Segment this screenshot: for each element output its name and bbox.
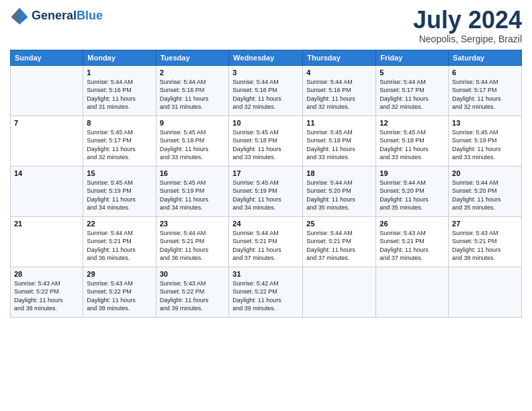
cell-w0-d1: 1Sunrise: 5:44 AMSunset: 5:16 PMDaylight…: [83, 65, 156, 116]
day-number: 9: [160, 119, 226, 127]
day-info: Sunrise: 5:44 AMSunset: 5:20 PMDaylight:…: [380, 179, 445, 212]
cell-w4-d4: [303, 267, 376, 317]
col-saturday: Saturday: [449, 50, 522, 65]
location: Neopolis, Sergipe, Brazil: [413, 34, 522, 44]
cell-w2-d2: 16Sunrise: 5:45 AMSunset: 5:19 PMDayligh…: [156, 166, 229, 216]
day-info: Sunrise: 5:44 AMSunset: 5:21 PMDaylight:…: [232, 229, 299, 263]
day-number: 18: [306, 169, 372, 177]
logo-icon: [10, 7, 29, 26]
col-monday: Monday: [83, 50, 156, 65]
cell-w1-d3: 10Sunrise: 5:45 AMSunset: 5:18 PMDayligh…: [229, 116, 303, 166]
col-sunday: Sunday: [11, 50, 83, 65]
cell-w0-d5: 5Sunrise: 5:44 AMSunset: 5:17 PMDaylight…: [376, 65, 449, 116]
calendar-table: Sunday Monday Tuesday Wednesday Thursday…: [10, 50, 522, 318]
day-number: 24: [232, 220, 299, 228]
day-info: Sunrise: 5:45 AMSunset: 5:18 PMDaylight:…: [232, 128, 299, 162]
day-number: 22: [87, 220, 152, 228]
day-info: Sunrise: 5:45 AMSunset: 5:17 PMDaylight:…: [87, 128, 152, 162]
day-number: 21: [14, 220, 79, 228]
header-row: Sunday Monday Tuesday Wednesday Thursday…: [11, 50, 522, 65]
day-info: Sunrise: 5:44 AMSunset: 5:16 PMDaylight:…: [306, 78, 372, 111]
day-info: Sunrise: 5:44 AMSunset: 5:16 PMDaylight:…: [160, 78, 226, 111]
day-number: 28: [14, 270, 79, 278]
cell-w4-d2: 30Sunrise: 5:43 AMSunset: 5:22 PMDayligh…: [156, 267, 229, 317]
day-info: Sunrise: 5:43 AMSunset: 5:22 PMDaylight:…: [14, 279, 79, 313]
cell-w3-d2: 23Sunrise: 5:44 AMSunset: 5:21 PMDayligh…: [156, 216, 229, 267]
cell-w1-d6: 13Sunrise: 5:45 AMSunset: 5:19 PMDayligh…: [449, 116, 522, 166]
day-number: 7: [14, 119, 79, 127]
day-number: 11: [306, 119, 372, 127]
week-row-4: 28Sunrise: 5:43 AMSunset: 5:22 PMDayligh…: [11, 267, 522, 317]
day-info: Sunrise: 5:44 AMSunset: 5:17 PMDaylight:…: [380, 78, 445, 111]
col-wednesday: Wednesday: [229, 50, 303, 65]
day-info: Sunrise: 5:45 AMSunset: 5:19 PMDaylight:…: [452, 128, 518, 162]
svg-marker-1: [19, 7, 28, 24]
day-number: 12: [380, 119, 445, 127]
day-number: 15: [87, 169, 152, 177]
day-info: Sunrise: 5:45 AMSunset: 5:18 PMDaylight:…: [380, 128, 445, 162]
title-block: July 2024 Neopolis, Sergipe, Brazil: [413, 7, 522, 44]
week-row-3: 2122Sunrise: 5:44 AMSunset: 5:21 PMDayli…: [11, 216, 522, 267]
day-info: Sunrise: 5:45 AMSunset: 5:19 PMDaylight:…: [232, 179, 299, 212]
logo-blue: Blue: [77, 9, 103, 22]
cell-w1-d5: 12Sunrise: 5:45 AMSunset: 5:18 PMDayligh…: [376, 116, 449, 166]
cell-w3-d6: 27Sunrise: 5:43 AMSunset: 5:21 PMDayligh…: [449, 216, 522, 267]
day-info: Sunrise: 5:45 AMSunset: 5:19 PMDaylight:…: [160, 179, 226, 212]
week-row-0: 1Sunrise: 5:44 AMSunset: 5:16 PMDaylight…: [11, 65, 522, 116]
cell-w4-d6: [449, 267, 522, 317]
day-number: 25: [306, 220, 372, 228]
cell-w4-d3: 31Sunrise: 5:42 AMSunset: 5:22 PMDayligh…: [229, 267, 303, 317]
cell-w1-d4: 11Sunrise: 5:45 AMSunset: 5:18 PMDayligh…: [303, 116, 376, 166]
day-info: Sunrise: 5:44 AMSunset: 5:16 PMDaylight:…: [87, 78, 152, 111]
day-info: Sunrise: 5:43 AMSunset: 5:22 PMDaylight:…: [87, 279, 152, 313]
day-number: 19: [380, 169, 445, 177]
cell-w3-d5: 26Sunrise: 5:43 AMSunset: 5:21 PMDayligh…: [376, 216, 449, 267]
day-info: Sunrise: 5:45 AMSunset: 5:18 PMDaylight:…: [160, 128, 226, 162]
day-number: 10: [232, 119, 299, 127]
cell-w3-d0: 21: [11, 216, 83, 267]
day-info: Sunrise: 5:44 AMSunset: 5:20 PMDaylight:…: [306, 179, 372, 212]
cell-w1-d2: 9Sunrise: 5:45 AMSunset: 5:18 PMDaylight…: [156, 116, 229, 166]
cell-w2-d5: 19Sunrise: 5:44 AMSunset: 5:20 PMDayligh…: [376, 166, 449, 216]
cell-w4-d0: 28Sunrise: 5:43 AMSunset: 5:22 PMDayligh…: [11, 267, 83, 317]
svg-marker-2: [11, 7, 19, 24]
day-number: 29: [87, 270, 152, 278]
cell-w3-d3: 24Sunrise: 5:44 AMSunset: 5:21 PMDayligh…: [229, 216, 303, 267]
day-info: Sunrise: 5:44 AMSunset: 5:21 PMDaylight:…: [306, 229, 372, 263]
day-number: 20: [452, 169, 518, 177]
logo: GeneralBlue: [10, 7, 103, 26]
cell-w2-d0: 14: [11, 166, 83, 216]
cell-w2-d6: 20Sunrise: 5:44 AMSunset: 5:20 PMDayligh…: [449, 166, 522, 216]
month-title: July 2024: [413, 7, 522, 34]
day-number: 1: [87, 68, 152, 77]
day-info: Sunrise: 5:44 AMSunset: 5:20 PMDaylight:…: [452, 179, 518, 212]
day-number: 13: [452, 119, 518, 127]
cell-w4-d5: [376, 267, 449, 317]
calendar-body: 1Sunrise: 5:44 AMSunset: 5:16 PMDaylight…: [11, 65, 522, 317]
cell-w0-d2: 2Sunrise: 5:44 AMSunset: 5:16 PMDaylight…: [156, 65, 229, 116]
cell-w3-d1: 22Sunrise: 5:44 AMSunset: 5:21 PMDayligh…: [83, 216, 156, 267]
day-number: 3: [232, 68, 299, 77]
day-number: 17: [232, 169, 299, 177]
day-info: Sunrise: 5:43 AMSunset: 5:21 PMDaylight:…: [452, 229, 518, 263]
day-number: 27: [452, 220, 518, 228]
day-number: 8: [87, 119, 152, 127]
day-number: 31: [232, 270, 299, 278]
cell-w1-d1: 8Sunrise: 5:45 AMSunset: 5:17 PMDaylight…: [83, 116, 156, 166]
day-number: 26: [380, 220, 445, 228]
day-info: Sunrise: 5:43 AMSunset: 5:22 PMDaylight:…: [160, 279, 226, 313]
col-thursday: Thursday: [303, 50, 376, 65]
day-number: 5: [380, 68, 445, 77]
header: GeneralBlue July 2024 Neopolis, Sergipe,…: [10, 7, 522, 44]
cell-w0-d4: 4Sunrise: 5:44 AMSunset: 5:16 PMDaylight…: [303, 65, 376, 116]
day-info: Sunrise: 5:42 AMSunset: 5:22 PMDaylight:…: [232, 279, 299, 313]
cell-w0-d3: 3Sunrise: 5:44 AMSunset: 5:16 PMDaylight…: [229, 65, 303, 116]
cell-w4-d1: 29Sunrise: 5:43 AMSunset: 5:22 PMDayligh…: [83, 267, 156, 317]
day-info: Sunrise: 5:45 AMSunset: 5:18 PMDaylight:…: [306, 128, 372, 162]
cell-w2-d4: 18Sunrise: 5:44 AMSunset: 5:20 PMDayligh…: [303, 166, 376, 216]
day-number: 30: [160, 270, 226, 278]
day-info: Sunrise: 5:44 AMSunset: 5:21 PMDaylight:…: [87, 229, 152, 263]
col-friday: Friday: [376, 50, 449, 65]
day-info: Sunrise: 5:45 AMSunset: 5:19 PMDaylight:…: [87, 179, 152, 212]
col-tuesday: Tuesday: [156, 50, 229, 65]
